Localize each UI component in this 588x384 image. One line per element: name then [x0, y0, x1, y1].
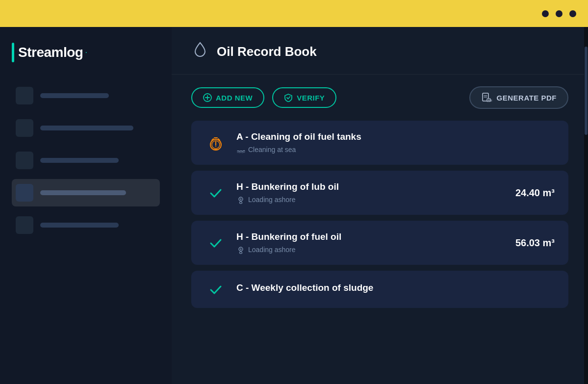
location-icon-h1	[236, 195, 245, 204]
sidebar-item-1[interactable]	[12, 82, 160, 109]
sidebar: Streamlog ·	[0, 27, 172, 384]
logo-dot: ·	[85, 48, 87, 57]
sidebar-item-5[interactable]	[12, 211, 160, 239]
page-title: Oil Record Book	[217, 44, 317, 59]
sidebar-icon-2	[16, 119, 33, 137]
shield-check-icon	[284, 93, 293, 102]
add-new-button[interactable]: ADD NEW	[191, 87, 264, 108]
record-value-h1: 24.40 m³	[515, 187, 555, 199]
window-dot-1[interactable]	[542, 10, 549, 17]
pdf-icon: PDF	[481, 92, 492, 103]
record-status-check-h1	[205, 184, 227, 202]
toolbar: ADD NEW VERIFY PDF GENERATE PDF	[172, 75, 588, 121]
title-bar	[0, 0, 588, 27]
record-title-h2: H - Bunkering of fuel oil	[236, 231, 506, 242]
sidebar-items	[12, 82, 160, 239]
verify-label: VERIFY	[297, 94, 325, 102]
record-subtitle-a: Cleaning at sea	[236, 145, 555, 154]
plus-circle-icon	[203, 93, 212, 102]
record-status-check-c	[205, 281, 227, 298]
logo-text: Streamlog	[18, 45, 83, 60]
sidebar-icon-1	[16, 87, 33, 104]
sidebar-item-4[interactable]	[12, 179, 160, 206]
sidebar-label-3	[40, 158, 119, 163]
record-status-check-h2	[205, 234, 227, 252]
main-content: Oil Record Book ADD NEW VERIFY	[172, 27, 588, 384]
svg-point-11	[215, 146, 216, 147]
record-subtitle-text-h2: Loading ashore	[248, 246, 296, 254]
record-title-h1: H - Bunkering of lub oil	[236, 181, 506, 192]
record-card-h2[interactable]: H - Bunkering of fuel oil Loading ashore…	[191, 221, 568, 265]
sidebar-icon-5	[16, 216, 33, 234]
svg-point-17	[240, 199, 242, 200]
record-status-alarm	[205, 134, 227, 152]
record-subtitle-text-a: Cleaning at sea	[248, 146, 296, 154]
app-layout: Streamlog ·	[0, 27, 588, 384]
sidebar-label-4	[40, 190, 126, 195]
record-card-c[interactable]: C - Weekly collection of sludge	[191, 271, 568, 308]
generate-pdf-label: GENERATE PDF	[497, 94, 557, 102]
record-title-c: C - Weekly collection of sludge	[236, 282, 555, 293]
record-info-a: A - Cleaning of oil fuel tanks Cleaning …	[236, 131, 555, 154]
sidebar-label-5	[40, 223, 119, 228]
sidebar-icon-4	[16, 184, 33, 202]
record-subtitle-text-h1: Loading ashore	[248, 196, 296, 204]
record-card-h1[interactable]: H - Bunkering of lub oil Loading ashore …	[191, 171, 568, 215]
svg-point-19	[240, 249, 242, 250]
location-icon-h2	[236, 245, 245, 254]
record-subtitle-h1: Loading ashore	[236, 195, 506, 204]
add-new-label: ADD NEW	[216, 94, 253, 102]
record-title-a: A - Cleaning of oil fuel tanks	[236, 131, 555, 142]
record-subtitle-h2: Loading ashore	[236, 245, 506, 254]
record-value-h2: 56.03 m³	[515, 237, 555, 249]
sidebar-item-2[interactable]	[12, 114, 160, 142]
records-list: A - Cleaning of oil fuel tanks Cleaning …	[172, 121, 588, 308]
verify-button[interactable]: VERIFY	[272, 87, 336, 108]
page-header: Oil Record Book	[172, 27, 588, 75]
window-dot-3[interactable]	[569, 10, 576, 17]
logo: Streamlog ·	[12, 43, 160, 62]
scrollbar-track[interactable]	[584, 27, 588, 384]
sidebar-icon-3	[16, 152, 33, 169]
record-info-h2: H - Bunkering of fuel oil Loading ashore	[236, 231, 506, 254]
record-info-h1: H - Bunkering of lub oil Loading ashore	[236, 181, 506, 204]
sidebar-label-2	[40, 126, 133, 130]
generate-pdf-button[interactable]: PDF GENERATE PDF	[469, 86, 568, 109]
record-info-c: C - Weekly collection of sludge	[236, 282, 555, 296]
page-header-icon	[191, 41, 209, 62]
sidebar-item-3[interactable]	[12, 147, 160, 174]
wave-icon	[236, 145, 245, 154]
sidebar-label-1	[40, 93, 109, 98]
svg-text:PDF: PDF	[487, 100, 492, 102]
logo-bar	[12, 43, 14, 62]
scrollbar-thumb[interactable]	[585, 47, 588, 135]
window-dot-2[interactable]	[556, 10, 562, 17]
record-card-a[interactable]: A - Cleaning of oil fuel tanks Cleaning …	[191, 121, 568, 165]
